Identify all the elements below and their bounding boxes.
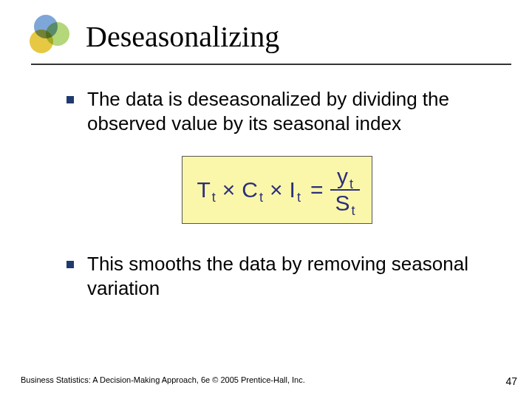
page-number: 47 bbox=[505, 375, 517, 387]
bullet-icon bbox=[66, 96, 74, 103]
formula-var: T bbox=[197, 177, 210, 202]
formula-sub: t bbox=[297, 190, 301, 205]
bullet-text: The data is deseasonalized by dividing t… bbox=[87, 87, 488, 135]
formula-term-I: It bbox=[290, 177, 301, 202]
formula-container: Tt × Ct × It = yt St bbox=[66, 156, 488, 224]
bullet-icon bbox=[66, 261, 74, 268]
formula-var: y bbox=[337, 166, 348, 188]
formula-times: × bbox=[222, 177, 236, 202]
bullet-text: This smooths the data by removing season… bbox=[87, 252, 488, 300]
formula-term-C: Ct bbox=[242, 177, 263, 202]
title-row: Deseasonalizing bbox=[0, 0, 532, 64]
logo-icon bbox=[30, 15, 72, 58]
formula: Tt × Ct × It = yt St bbox=[182, 156, 372, 224]
bullet-item: The data is deseasonalized by dividing t… bbox=[66, 87, 488, 135]
formula-var: I bbox=[290, 177, 296, 202]
formula-fraction: yt St bbox=[330, 164, 359, 216]
formula-var: C bbox=[242, 177, 258, 202]
bullet-item: This smooths the data by removing season… bbox=[66, 252, 488, 300]
formula-equals: = bbox=[310, 177, 324, 202]
formula-sub: t bbox=[351, 204, 355, 217]
formula-numerator: yt bbox=[332, 164, 358, 189]
slide-title: Deseasonalizing bbox=[86, 19, 279, 54]
formula-var: S bbox=[335, 192, 349, 214]
formula-denominator: St bbox=[330, 191, 359, 216]
formula-term-T: Tt bbox=[197, 177, 215, 202]
formula-sub: t bbox=[259, 190, 263, 205]
slide-body: The data is deseasonalized by dividing t… bbox=[0, 65, 532, 300]
formula-sub: t bbox=[212, 190, 216, 205]
formula-times: × bbox=[270, 177, 283, 202]
footer-text: Business Statistics: A Decision-Making A… bbox=[21, 375, 331, 386]
slide: Deseasonalizing The data is deseasonaliz… bbox=[0, 0, 532, 399]
formula-sub: t bbox=[349, 177, 353, 191]
